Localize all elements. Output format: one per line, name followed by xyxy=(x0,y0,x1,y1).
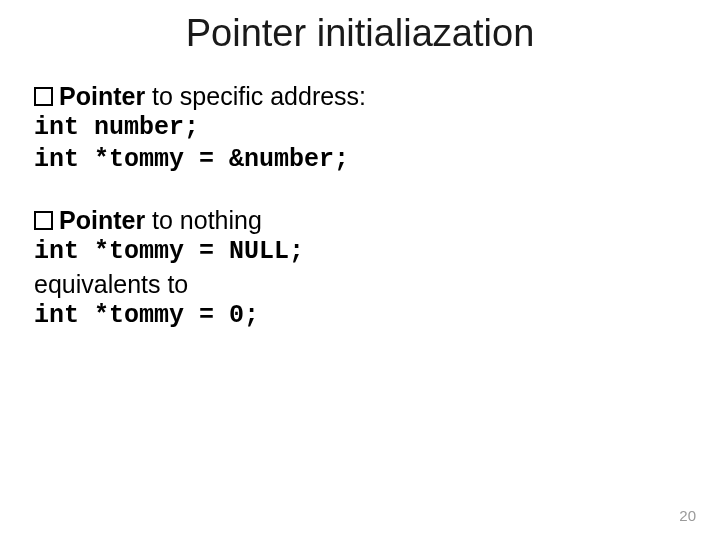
page-number: 20 xyxy=(679,507,696,524)
code-line: int *tommy = 0; xyxy=(34,300,680,332)
bullet-line: Pointer to nothing xyxy=(34,204,680,236)
code-line: int *tommy = &number; xyxy=(34,144,680,176)
bullet-rest: to nothing xyxy=(145,206,262,234)
bullet-line: Pointer to specific address: xyxy=(34,80,680,112)
bullet-text: Pointer to nothing xyxy=(59,204,262,236)
bullet-bold: Pointer xyxy=(59,82,145,110)
slide: Pointer initialiazation Pointer to speci… xyxy=(0,0,720,540)
square-bullet-icon xyxy=(34,87,53,106)
bullet-bold: Pointer xyxy=(59,206,145,234)
section-specific-address: Pointer to specific address: int number;… xyxy=(34,80,680,176)
code-line: int number; xyxy=(34,112,680,144)
square-bullet-icon xyxy=(34,211,53,230)
section-nothing: Pointer to nothing int *tommy = NULL; eq… xyxy=(34,204,680,332)
code-line: int *tommy = NULL; xyxy=(34,236,680,268)
slide-body: Pointer to specific address: int number;… xyxy=(34,80,680,360)
bullet-rest: to specific address: xyxy=(145,82,366,110)
slide-title: Pointer initialiazation xyxy=(0,12,720,55)
bullet-text: Pointer to specific address: xyxy=(59,80,366,112)
equiv-text: equivalents to xyxy=(34,268,680,300)
